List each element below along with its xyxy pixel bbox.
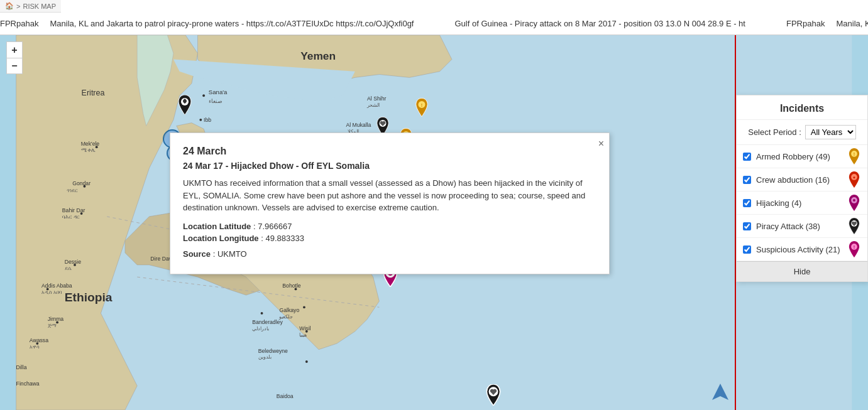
svg-text:Galkayo: Galkayo: [279, 307, 299, 313]
navigation-arrow: [711, 382, 730, 404]
map-container[interactable]: Sana'a صنعاء Ibb Mek'ele ሜቀሌ Gondar ጎንደር…: [0, 35, 868, 410]
svg-text:Baidoa: Baidoa: [277, 393, 294, 399]
svg-text:አዋሳ: አዋሳ: [30, 344, 40, 350]
svg-text:جلكعيو: جلكعيو: [278, 314, 293, 320]
incident-piracy-attack-icon: [847, 219, 861, 233]
popup-date: 24 March: [183, 146, 596, 157]
svg-text:Dessie: Dessie: [65, 259, 82, 265]
svg-point-4: [199, 119, 202, 121]
svg-text:Awassa: Awassa: [30, 337, 48, 343]
incident-piracy-attack-label: Piracy Attack (38): [756, 222, 842, 231]
svg-text:Dilla: Dilla: [16, 364, 27, 370]
home-icon[interactable]: 🏠: [5, 2, 14, 10]
popup-description: UKMTO has received information that a sm…: [183, 177, 596, 214]
svg-text:!: !: [854, 244, 855, 250]
svg-text:Mek'ele: Mek'ele: [81, 141, 100, 147]
svg-text:አዲስ አበባ: አዲስ አበባ: [41, 289, 62, 295]
popup-longitude: Location Longitude : 49.883333: [183, 234, 596, 243]
incident-suspicious-activity: Suspicious Activity (21) !: [737, 238, 867, 261]
zoom-out-button[interactable]: −: [6, 58, 23, 74]
popup-source: Source : UKMTO: [183, 249, 596, 259]
svg-text:Wisil: Wisil: [299, 325, 310, 332]
svg-text:Beledweyne: Beledweyne: [258, 348, 288, 354]
svg-point-16: [305, 360, 308, 363]
svg-text:ጅማ: ጅማ: [48, 323, 57, 328]
svg-text:●: ●: [853, 175, 855, 180]
incident-piracy-attack: Piracy Attack (38): [737, 215, 867, 238]
svg-text:Yemen: Yemen: [300, 50, 336, 62]
svg-text:Gondar: Gondar: [72, 180, 91, 186]
incidents-panel: Incidents Select Period : All Years 2017…: [736, 95, 868, 282]
ticker-content: FPRpahak Manila, KL and Jakarta to patro…: [0, 19, 868, 28]
svg-text:!: !: [421, 102, 422, 108]
pin-sana-1[interactable]: [177, 95, 192, 115]
svg-text:!: !: [854, 151, 855, 157]
svg-text:Ibb: Ibb: [204, 117, 211, 123]
incident-hijacking-icon: [847, 196, 861, 210]
pin-yemen-armed[interactable]: !: [415, 98, 429, 117]
incident-suspicious-activity-label: Suspicious Activity (21): [756, 245, 842, 254]
svg-text:Bohotle: Bohotle: [282, 283, 301, 289]
svg-text:ባሕር ዳር: ባሕር ዳር: [62, 214, 80, 220]
incident-hijacking-label: Hijacking (4): [756, 198, 842, 208]
svg-point-3: [202, 94, 205, 97]
svg-text:ሜቀሌ: ሜቀሌ: [81, 147, 96, 153]
ticker-text-1: FPRpahak Manila, KL and Jakarta to patro…: [0, 19, 868, 28]
svg-text:بلدوين: بلدوين: [258, 354, 272, 360]
select-period-row: Select Period : All Years 2017 2016 2015: [737, 120, 867, 145]
svg-text:Eritrea: Eritrea: [82, 89, 105, 97]
incident-hijacking: Hijacking (4): [737, 192, 867, 215]
svg-text:ጎንደር: ጎንደር: [67, 188, 78, 193]
svg-text:Sana'a: Sana'a: [209, 89, 228, 95]
zoom-in-button[interactable]: +: [6, 41, 23, 58]
incidents-title: Incidents: [737, 95, 867, 120]
incident-crew-abduction-icon: ●: [847, 173, 861, 186]
zoom-controls[interactable]: + −: [6, 41, 23, 74]
svg-text:Jimma: Jimma: [48, 316, 64, 322]
incident-crew-abduction-checkbox[interactable]: [743, 176, 751, 184]
incident-piracy-attack-checkbox[interactable]: [743, 222, 751, 230]
incident-armed-robbery-label: Armed Robbery (49): [756, 152, 842, 161]
breadcrumb: 🏠 > RISK MAP: [0, 0, 61, 13]
svg-text:هيبيا: هيبيا: [299, 332, 307, 338]
svg-text:ደሴ: ደሴ: [65, 266, 72, 271]
incident-armed-robbery-icon: !: [847, 149, 861, 163]
svg-text:Ethiopia: Ethiopia: [65, 291, 113, 304]
incident-suspicious-activity-icon: !: [847, 242, 861, 256]
svg-text:الشحر: الشحر: [366, 102, 380, 108]
svg-text:Al Mukalla: Al Mukalla: [346, 122, 371, 128]
svg-text:Addis Ababa: Addis Ababa: [41, 283, 72, 289]
incident-crew-abduction: Crew abduction (16) ●: [737, 168, 867, 192]
svg-text:صنعاء: صنعاء: [209, 98, 222, 104]
period-select[interactable]: All Years 2017 2016 2015: [805, 125, 856, 139]
svg-text:Finchawa: Finchawa: [16, 380, 40, 387]
popup-close-button[interactable]: ×: [598, 138, 604, 149]
svg-point-14: [303, 306, 305, 308]
svg-marker-71: [712, 384, 728, 400]
svg-text:Al Shihr: Al Shihr: [367, 95, 386, 102]
hide-button[interactable]: Hide: [737, 261, 867, 281]
svg-text:Bahir Dar: Bahir Dar: [62, 207, 85, 213]
incident-hijacking-checkbox[interactable]: [743, 199, 751, 207]
breadcrumb-separator: >: [16, 3, 20, 10]
news-ticker: FPRpahak Manila, KL and Jakarta to patro…: [0, 13, 868, 35]
incident-crew-abduction-label: Crew abduction (16): [756, 175, 842, 185]
svg-text:بادرادلي: بادرادلي: [252, 326, 269, 332]
pin-somalia-lower[interactable]: [485, 384, 502, 406]
popup-title: 24 Mar 17 - Hijacked Dhow - Off EYL Soma…: [183, 161, 596, 171]
popup-latitude: Location Latitude : 7.966667: [183, 222, 596, 231]
incident-armed-robbery: Armed Robbery (49) !: [737, 145, 867, 168]
svg-point-17: [261, 312, 263, 315]
svg-point-77: [853, 199, 855, 202]
incident-suspicious-activity-checkbox[interactable]: [743, 245, 751, 254]
incident-popup: × 24 March 24 Mar 17 - Hijacked Dhow - O…: [170, 132, 610, 274]
breadcrumb-current: RISK MAP: [23, 3, 56, 10]
incident-armed-robbery-checkbox[interactable]: [743, 153, 751, 161]
select-period-label: Select Period :: [748, 127, 801, 137]
svg-text:Banderadley: Banderadley: [252, 319, 283, 325]
